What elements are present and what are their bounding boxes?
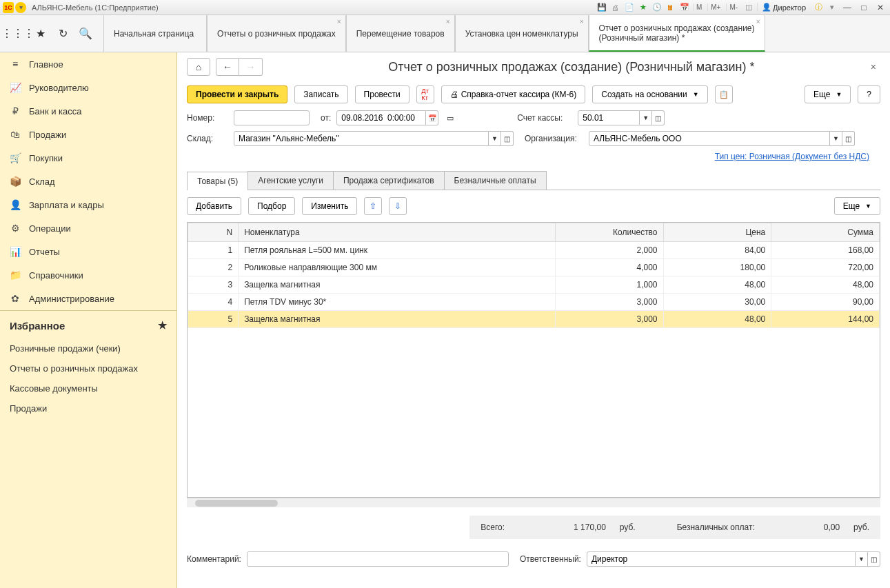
more-button[interactable]: Еще▼ — [805, 85, 851, 103]
star-icon[interactable]: ★ — [638, 2, 649, 13]
tab-close-icon[interactable]: × — [580, 18, 584, 26]
col-sum[interactable]: Сумма — [771, 223, 880, 242]
tab-2[interactable]: Перемещение товаров× — [346, 15, 455, 52]
cell-qty: 4,000 — [555, 259, 663, 276]
tab-0[interactable]: Начальная страница — [103, 15, 207, 52]
minimize-button[interactable]: — — [840, 2, 854, 13]
table-row[interactable]: 3Защелка магнитная1,00048,0048,00 — [188, 276, 880, 294]
favorite-item-3[interactable]: Продажи — [10, 398, 167, 418]
edit-button[interactable]: Изменить — [302, 197, 357, 215]
responsible-input[interactable] — [587, 551, 856, 567]
mem-mminus[interactable]: M- — [726, 3, 740, 11]
table-row[interactable]: 2Роликовые направляющие 300 мм4,000180,0… — [188, 259, 880, 276]
warehouse-dropdown[interactable]: ▼ — [489, 131, 501, 146]
warehouse-input[interactable] — [234, 131, 489, 146]
favorites-star-icon[interactable]: ★ — [158, 319, 167, 332]
dtkt-icon[interactable]: ДтКт — [416, 85, 434, 103]
table-row[interactable]: 5Защелка магнитная3,00048,00144,00 — [188, 311, 880, 328]
org-open[interactable]: ◫ — [842, 131, 855, 146]
move-up-button[interactable]: ⇧ — [364, 197, 382, 215]
price-type-link[interactable]: Тип цен: Розничная (Документ без НДС) — [715, 152, 869, 161]
sidebar-item-7[interactable]: ⚙Операции — [0, 216, 176, 240]
org-dropdown[interactable]: ▼ — [830, 131, 842, 146]
maximize-button[interactable]: □ — [857, 2, 871, 13]
history-icon[interactable]: 🕓 — [651, 2, 663, 13]
back-button[interactable]: ← — [216, 58, 239, 76]
mem-m[interactable]: M — [693, 3, 705, 11]
panel-icon[interactable]: ◫ — [743, 2, 754, 13]
responsible-dropdown[interactable]: ▼ — [856, 551, 868, 567]
help-button[interactable]: ? — [858, 85, 880, 103]
attach-icon[interactable]: 📋 — [715, 85, 733, 103]
save-icon[interactable]: 💾 — [596, 2, 607, 13]
km6-button[interactable]: 🖨Справка-отчет кассира (КМ-6) — [441, 85, 586, 103]
col-n[interactable]: N — [188, 223, 239, 242]
sidebar-item-9[interactable]: 📁Справочники — [0, 263, 176, 287]
tab-1[interactable]: Отчеты о розничных продажах× — [207, 15, 346, 52]
comment-input[interactable] — [247, 551, 509, 567]
doc-icon[interactable]: 📄 — [624, 2, 635, 13]
table-more-button[interactable]: Еще▼ — [834, 197, 880, 215]
tab-close-icon[interactable]: × — [756, 18, 760, 26]
history-nav-icon[interactable]: ↻ — [54, 26, 71, 42]
sub-tab-0[interactable]: Товары (5) — [187, 172, 248, 190]
user-label[interactable]: 👤 Директор — [757, 3, 810, 12]
org-input[interactable] — [589, 131, 830, 146]
move-down-button[interactable]: ⇩ — [389, 197, 407, 215]
table-row[interactable]: 1Петля рояльная L=500 мм. цинк2,00084,00… — [188, 242, 880, 259]
favorite-item-1[interactable]: Отчеты о розничных продажах — [10, 358, 167, 378]
col-qty[interactable]: Количество — [555, 223, 663, 242]
calendar-button[interactable]: 📅 — [426, 110, 438, 125]
col-price[interactable]: Цена — [663, 223, 771, 242]
account-dropdown[interactable]: ▼ — [640, 110, 652, 125]
info-dropdown[interactable]: ▾ — [827, 2, 838, 13]
warehouse-open[interactable]: ◫ — [501, 131, 514, 146]
tab-close-icon[interactable]: × — [337, 18, 341, 26]
sidebar-item-3[interactable]: 🛍Продажи — [0, 123, 176, 146]
sidebar-item-8[interactable]: 📊Отчеты — [0, 240, 176, 263]
post-button[interactable]: Провести — [355, 85, 409, 103]
sidebar-item-2[interactable]: ₽Банк и касса — [0, 99, 176, 123]
table-row[interactable]: 4Петля TDV минус 30*3,00030,0090,00 — [188, 294, 880, 311]
app-dropdown-icon[interactable]: ▾ — [15, 2, 26, 13]
tab-3[interactable]: Установка цен номенклатуры× — [455, 15, 589, 52]
search-icon[interactable]: 🔍 — [77, 26, 94, 42]
tab-close-icon[interactable]: × — [446, 18, 450, 26]
sidebar-item-4[interactable]: 🛒Покупки — [0, 146, 176, 170]
favorite-icon[interactable]: ★ — [32, 26, 49, 42]
sidebar-item-0[interactable]: ≡Главное — [0, 52, 176, 76]
page-close-button[interactable]: × — [867, 61, 880, 72]
info-icon[interactable]: ⓘ — [813, 2, 824, 13]
save-button[interactable]: Записать — [294, 85, 347, 103]
post-and-close-button[interactable]: Провести и закрыть — [187, 85, 287, 103]
external-icon[interactable]: ▭ — [444, 112, 456, 124]
print-icon[interactable]: 🖨 — [610, 2, 621, 13]
number-input[interactable] — [234, 110, 310, 125]
account-input[interactable] — [578, 110, 640, 125]
favorite-item-0[interactable]: Розничные продажи (чеки) — [10, 338, 167, 358]
sub-tab-1[interactable]: Агентские услуги — [247, 171, 334, 190]
sidebar-item-1[interactable]: 📈Руководителю — [0, 76, 176, 99]
favorite-item-2[interactable]: Кассовые документы — [10, 378, 167, 398]
home-button[interactable]: ⌂ — [187, 58, 210, 76]
sidebar-item-6[interactable]: 👤Зарплата и кадры — [0, 193, 176, 216]
close-button[interactable]: ✕ — [873, 2, 887, 13]
calendar-icon[interactable]: 📅 — [679, 2, 690, 13]
pick-button[interactable]: Подбор — [248, 197, 295, 215]
responsible-open[interactable]: ◫ — [868, 551, 880, 567]
account-open[interactable]: ◫ — [652, 110, 665, 125]
create-based-button[interactable]: Создать на основании▼ — [592, 85, 707, 103]
forward-button[interactable]: → — [239, 58, 263, 76]
col-nom[interactable]: Номенклатура — [239, 223, 556, 242]
sub-tab-3[interactable]: Безналичные оплаты — [444, 171, 547, 190]
tab-4[interactable]: Отчет о розничных продажах (создание)(Ро… — [589, 15, 765, 52]
add-row-button[interactable]: Добавить — [187, 197, 241, 215]
horizontal-scrollbar[interactable] — [187, 498, 880, 507]
sidebar-item-5[interactable]: 📦Склад — [0, 170, 176, 193]
apps-icon[interactable]: ⋮⋮⋮ — [10, 26, 26, 42]
sidebar-item-10[interactable]: ✿Администрирование — [0, 287, 176, 310]
calc-icon[interactable]: 🖩 — [665, 2, 676, 13]
mem-mplus[interactable]: M+ — [707, 3, 723, 11]
sub-tab-2[interactable]: Продажа сертификатов — [333, 171, 445, 190]
date-input[interactable] — [336, 110, 426, 125]
